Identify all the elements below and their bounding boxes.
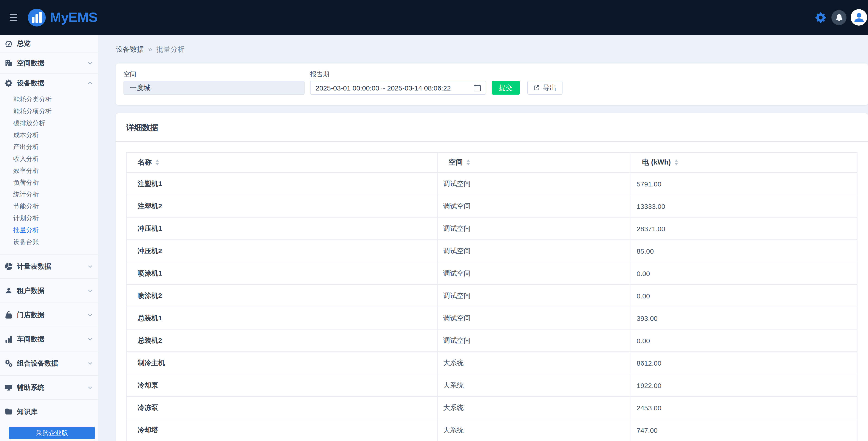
buy-enterprise-button[interactable]: 采购企业版 [9, 427, 95, 439]
card-title: 详细数据 [126, 122, 858, 133]
detail-table: 名称 空间 [126, 152, 858, 441]
column-label: 空间 [448, 158, 463, 167]
table-row: 注塑机1 调试空间 5791.00 [126, 172, 857, 195]
building-icon [5, 59, 12, 67]
breadcrumb: 设备数据 » 批量分析 [116, 45, 868, 54]
brand-link[interactable]: MyEMS [27, 8, 97, 27]
cell-value: 0.00 [631, 284, 857, 307]
sidebar-item-tenant-data[interactable]: 租户数据 [0, 279, 98, 303]
submenu-item-plan[interactable]: 计划分析 [13, 212, 98, 224]
submenu-item-batch-analysis[interactable]: 批量分析 [13, 224, 98, 236]
table-row: 冷却泵 大系统 1922.00 [126, 374, 857, 397]
user-icon [5, 287, 12, 294]
myems-logo-icon [27, 8, 46, 27]
submenu-item-statistics[interactable]: 统计分析 [13, 188, 98, 200]
settings-gear-icon[interactable] [813, 10, 827, 24]
sidebar-item-store-data[interactable]: 门店数据 [0, 303, 98, 327]
cell-value: 747.00 [631, 419, 857, 441]
sidebar-group-overview: 总览 [0, 35, 98, 53]
table-row: 注塑机2 调试空间 13333.00 [126, 195, 857, 217]
cell-space: 调试空间 [437, 262, 631, 284]
sidebar-group-store-data: 门店数据 [0, 303, 98, 327]
sidebar-item-space-data[interactable]: 空间数据 [0, 53, 98, 73]
column-header-name[interactable]: 名称 [126, 152, 437, 172]
cell-value: 8612.00 [631, 352, 857, 374]
submit-button[interactable]: 提交 [492, 81, 520, 95]
submenu-item-output[interactable]: 产出分析 [13, 141, 98, 152]
cell-name: 制冷主机 [126, 352, 437, 374]
sidebar-item-label: 总览 [17, 39, 31, 48]
sort-carets-icon [155, 160, 159, 165]
sidebar-item-overview[interactable]: 总览 [0, 35, 98, 53]
breadcrumb-current: 批量分析 [156, 45, 185, 54]
submenu-item-income[interactable]: 收入分析 [13, 152, 98, 165]
cell-space: 大系统 [437, 352, 631, 374]
sort-carets-icon [675, 160, 678, 165]
period-range-input[interactable]: 2025-03-01 00:00:00 ~ 2025-03-14 08:06:2… [310, 81, 486, 95]
export-button[interactable]: 导出 [527, 81, 562, 95]
sidebar-group-meter-data: 计量表数据 [0, 254, 98, 278]
brand-title: MyEMS [50, 10, 97, 25]
sidebar: 总览 空间数据 设备数据 能耗分类分析 能耗分项分析 [0, 35, 98, 441]
sidebar-item-meter-data[interactable]: 计量表数据 [0, 255, 98, 278]
cell-value: 0.00 [631, 262, 857, 284]
main-content: 设备数据 » 批量分析 空间 报告期 2025-03-01 00:00:00 ~… [98, 35, 868, 441]
sidebar-item-combined-equipment[interactable]: 组合设备数据 [0, 351, 98, 375]
space-field: 空间 [123, 70, 305, 95]
notifications-bell-icon[interactable] [831, 10, 846, 25]
submenu-item-equipment-tracking[interactable]: 设备台账 [13, 236, 98, 248]
cell-value: 393.00 [631, 307, 857, 329]
submenu-item-cost[interactable]: 成本分析 [13, 129, 98, 141]
sidebar-item-label: 知识库 [17, 407, 37, 416]
chevron-down-icon [87, 288, 93, 294]
cell-name: 注塑机1 [126, 172, 437, 195]
sidebar-item-shopfloor-data[interactable]: 车间数据 [0, 327, 98, 351]
submenu-item-energy-item[interactable]: 能耗分项分析 [13, 105, 98, 117]
menu-toggle-button[interactable] [8, 12, 19, 23]
sidebar-item-label: 门店数据 [17, 310, 44, 319]
bag-icon [5, 311, 12, 318]
calendar-icon [474, 84, 480, 91]
submenu-item-efficiency[interactable]: 效率分析 [13, 165, 98, 176]
gear-icon [5, 79, 12, 87]
chevron-down-icon [87, 312, 93, 317]
equipment-submenu: 能耗分类分析 能耗分项分析 碳排放分析 成本分析 产出分析 收入分析 效率分析 … [0, 93, 98, 254]
breadcrumb-parent-link[interactable]: 设备数据 [116, 45, 144, 54]
sidebar-item-equipment-data[interactable]: 设备数据 [0, 74, 98, 93]
pie-chart-icon [5, 263, 12, 270]
period-value: 2025-03-01 00:00:00 ~ 2025-03-14 08:06:2… [315, 84, 451, 92]
sidebar-item-label: 车间数据 [17, 335, 44, 343]
cell-value: 13333.00 [631, 195, 857, 217]
table-row: 喷涂机2 调试空间 0.00 [126, 284, 857, 307]
cell-space: 调试空间 [437, 240, 631, 262]
space-input[interactable] [123, 81, 305, 95]
table-row: 喷涂机1 调试空间 0.00 [126, 262, 857, 284]
submenu-item-load[interactable]: 负荷分析 [13, 176, 98, 188]
external-link-icon [533, 84, 540, 91]
cell-name: 总装机2 [126, 329, 437, 352]
cell-space: 调试空间 [437, 307, 631, 329]
column-header-electricity[interactable]: 电 (kWh) [631, 152, 857, 172]
submenu-item-carbon[interactable]: 碳排放分析 [13, 117, 98, 129]
period-label: 报告期 [310, 70, 486, 78]
cell-name: 冷却泵 [126, 374, 437, 397]
table-row: 总装机1 调试空间 393.00 [126, 307, 857, 329]
submenu-item-saving[interactable]: 节能分析 [13, 200, 98, 212]
submenu-item-energy-category[interactable]: 能耗分类分析 [13, 93, 98, 105]
sidebar-item-auxiliary-system[interactable]: 辅助系统 [0, 376, 98, 399]
sidebar-group-space-data: 空间数据 [0, 53, 98, 73]
cell-value: 28371.00 [631, 217, 857, 240]
chevron-down-icon [87, 385, 93, 390]
chevron-down-icon [87, 336, 93, 342]
sidebar-group-combined-equipment: 组合设备数据 [0, 351, 98, 375]
folder-icon [5, 408, 12, 415]
sidebar-item-knowledge-base[interactable]: 知识库 [0, 400, 98, 423]
user-avatar[interactable] [850, 9, 867, 26]
table-header-row: 名称 空间 [126, 152, 857, 172]
sidebar-group-shopfloor-data: 车间数据 [0, 327, 98, 351]
column-header-space[interactable]: 空间 [437, 152, 631, 172]
table-row: 冲压机1 调试空间 28371.00 [126, 217, 857, 240]
period-field: 报告期 2025-03-01 00:00:00 ~ 2025-03-14 08:… [310, 70, 486, 95]
cell-name: 喷涂机1 [126, 262, 437, 284]
sidebar-item-label: 空间数据 [17, 59, 44, 67]
